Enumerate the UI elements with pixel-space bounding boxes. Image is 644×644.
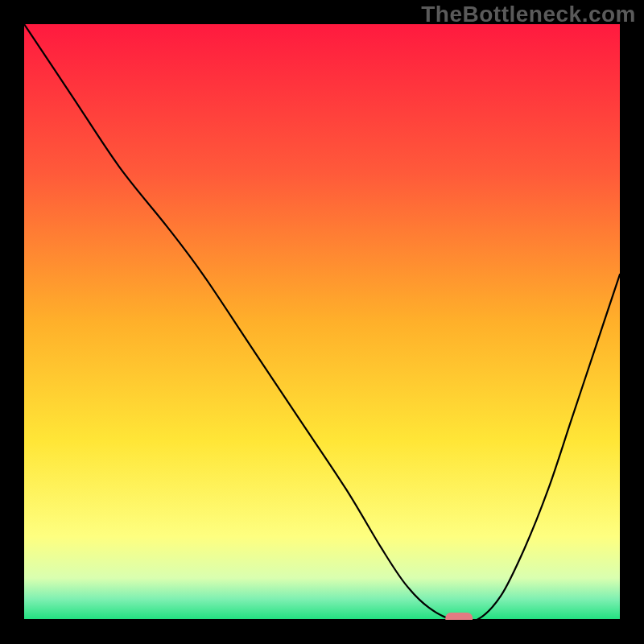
optimal-marker: [445, 613, 473, 620]
chart-frame: TheBottleneck.com: [0, 0, 644, 644]
watermark-text: TheBottleneck.com: [421, 2, 636, 27]
chart-plot: [24, 24, 620, 620]
plot-background: [24, 24, 620, 620]
